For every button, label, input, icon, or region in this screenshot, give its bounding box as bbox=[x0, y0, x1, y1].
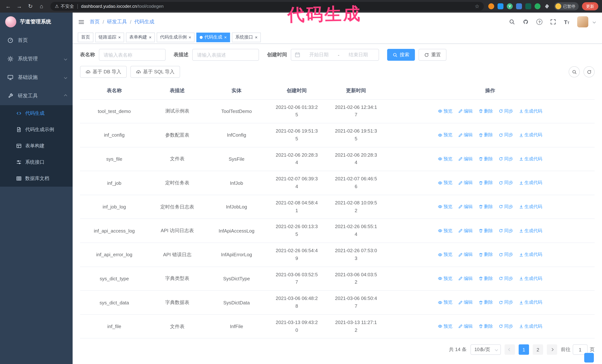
tab-codegen[interactable]: 代码生成 × bbox=[196, 32, 230, 42]
delete-action[interactable]: 删除 bbox=[478, 323, 493, 330]
sidebar-item-devtools[interactable]: 研发工具 bbox=[0, 87, 73, 105]
generate-code-action[interactable]: 生成代码 bbox=[519, 132, 542, 138]
preview-action[interactable]: 预览 bbox=[438, 323, 452, 330]
breadcrumb-devtools[interactable]: 研发工具 bbox=[107, 19, 127, 25]
delete-action[interactable]: 删除 bbox=[478, 275, 493, 282]
generate-code-action[interactable]: 生成代码 bbox=[519, 156, 542, 162]
app-logo[interactable]: 芋道管理系统 bbox=[0, 13, 73, 31]
page-size-select[interactable]: 10条/页 bbox=[470, 344, 501, 355]
prev-page-button[interactable] bbox=[505, 344, 515, 355]
sidebar-item-system-api[interactable]: 系统接口 bbox=[0, 154, 73, 170]
edit-action[interactable]: 编辑 bbox=[458, 299, 473, 306]
date-range-picker[interactable]: 开始日期 - 结束日期 bbox=[291, 49, 379, 61]
generate-code-action[interactable]: 生成代码 bbox=[519, 204, 542, 210]
tab-form-builder[interactable]: 表单构建 × bbox=[126, 32, 155, 42]
extension-icon-teal[interactable] bbox=[525, 3, 531, 9]
delete-action[interactable]: 删除 bbox=[478, 108, 493, 114]
toggle-search-button[interactable] bbox=[569, 66, 580, 77]
extension-icon-blue[interactable] bbox=[497, 3, 504, 9]
help-icon[interactable]: ? bbox=[537, 19, 543, 25]
preview-action[interactable]: 预览 bbox=[438, 251, 452, 258]
edit-action[interactable]: 编辑 bbox=[458, 251, 473, 258]
edit-action[interactable]: 编辑 bbox=[458, 108, 473, 114]
preview-action[interactable]: 预览 bbox=[438, 204, 452, 210]
browser-back-icon[interactable]: ← bbox=[4, 0, 13, 13]
floating-settings-button[interactable] bbox=[584, 353, 594, 363]
browser-home-icon[interactable]: ⌂ bbox=[37, 0, 46, 13]
edit-action[interactable]: 编辑 bbox=[458, 180, 473, 186]
menu-fold-icon[interactable] bbox=[73, 19, 90, 25]
generate-code-action[interactable]: 生成代码 bbox=[519, 299, 542, 306]
breadcrumb-home[interactable]: 首页 bbox=[90, 19, 100, 25]
close-icon[interactable]: × bbox=[149, 35, 151, 40]
delete-action[interactable]: 删除 bbox=[478, 180, 493, 186]
sidebar-item-codegen-example[interactable]: 代码生成示例 bbox=[0, 122, 73, 138]
generate-code-action[interactable]: 生成代码 bbox=[519, 275, 542, 282]
search-icon[interactable] bbox=[509, 19, 515, 25]
preview-action[interactable]: 预览 bbox=[438, 275, 452, 282]
sidebar-item-system[interactable]: 系统管理 bbox=[0, 50, 73, 68]
table-desc-input[interactable] bbox=[192, 49, 259, 61]
close-icon[interactable]: × bbox=[118, 35, 121, 40]
generate-code-action[interactable]: 生成代码 bbox=[519, 180, 542, 186]
sidebar-item-form-builder[interactable]: 表单构建 bbox=[0, 138, 73, 154]
browser-reload-icon[interactable]: ↻ bbox=[26, 0, 35, 13]
sync-action[interactable]: 同步 bbox=[499, 132, 513, 138]
sync-action[interactable]: 同步 bbox=[499, 156, 513, 162]
bookmark-star-icon[interactable]: ☆ bbox=[475, 3, 479, 9]
preview-action[interactable]: 预览 bbox=[438, 180, 452, 186]
browser-forward-icon[interactable]: → bbox=[15, 0, 24, 13]
chevron-down-icon[interactable] bbox=[593, 20, 596, 23]
delete-action[interactable]: 删除 bbox=[478, 228, 493, 234]
close-icon[interactable]: × bbox=[255, 35, 258, 40]
delete-action[interactable]: 删除 bbox=[478, 251, 493, 258]
sync-action[interactable]: 同步 bbox=[499, 251, 513, 258]
delete-action[interactable]: 删除 bbox=[478, 132, 493, 138]
table-name-input[interactable] bbox=[99, 49, 165, 61]
github-icon[interactable] bbox=[523, 19, 529, 25]
sync-action[interactable]: 同步 bbox=[499, 299, 513, 306]
reset-button[interactable]: 重置 bbox=[419, 49, 446, 61]
user-avatar[interactable] bbox=[577, 16, 588, 27]
refresh-table-button[interactable] bbox=[583, 66, 595, 77]
sidebar-item-infra[interactable]: 基础设施 bbox=[0, 68, 73, 87]
preview-action[interactable]: 预览 bbox=[438, 108, 452, 114]
generate-code-action[interactable]: 生成代码 bbox=[519, 108, 542, 114]
preview-action[interactable]: 预览 bbox=[438, 132, 452, 138]
sidebar-item-home[interactable]: 首页 bbox=[0, 31, 73, 50]
page-button-1[interactable]: 1 bbox=[519, 344, 529, 355]
delete-action[interactable]: 删除 bbox=[478, 156, 493, 162]
extension-icon-people[interactable] bbox=[516, 3, 522, 9]
extension-icon-green[interactable] bbox=[535, 3, 540, 9]
preview-action[interactable]: 预览 bbox=[438, 299, 452, 306]
delete-action[interactable]: 删除 bbox=[478, 204, 493, 210]
generate-code-action[interactable]: 生成代码 bbox=[519, 228, 542, 234]
tab-tracing[interactable]: 链路追踪 × bbox=[95, 32, 124, 42]
vue-devtools-icon[interactable]: V bbox=[507, 3, 513, 9]
sync-action[interactable]: 同步 bbox=[499, 275, 513, 282]
sync-action[interactable]: 同步 bbox=[499, 180, 513, 186]
page-button-2[interactable]: 2 bbox=[533, 344, 543, 355]
chrome-update-button[interactable]: 更新 bbox=[582, 2, 598, 10]
edit-action[interactable]: 编辑 bbox=[458, 275, 473, 282]
edit-action[interactable]: 编辑 bbox=[458, 156, 473, 162]
edit-action[interactable]: 编辑 bbox=[458, 132, 473, 138]
next-page-button[interactable] bbox=[547, 344, 557, 355]
import-db-button[interactable]: 基于 DB 导入 bbox=[80, 66, 127, 78]
sync-action[interactable]: 同步 bbox=[499, 204, 513, 210]
sync-action[interactable]: 同步 bbox=[499, 323, 513, 330]
sidebar-item-codegen[interactable]: 代码生成 bbox=[0, 105, 73, 122]
close-icon[interactable]: × bbox=[189, 35, 191, 40]
search-button[interactable]: 搜索 bbox=[387, 49, 415, 61]
address-bar[interactable]: ⚠ 不安全 dashboard.yudao.iocoder.cn/tool/co… bbox=[50, 2, 484, 11]
preview-action[interactable]: 预览 bbox=[438, 228, 452, 234]
sidebar-item-db-doc[interactable]: 数据库文档 bbox=[0, 170, 73, 187]
tab-home[interactable]: 首页 bbox=[78, 32, 93, 42]
profile-paused-badge[interactable]: 已暂停 bbox=[554, 2, 579, 10]
sync-action[interactable]: 同步 bbox=[499, 228, 513, 234]
delete-action[interactable]: 删除 bbox=[478, 299, 493, 306]
edit-action[interactable]: 编辑 bbox=[458, 204, 473, 210]
fullscreen-icon[interactable] bbox=[550, 19, 556, 25]
edit-action[interactable]: 编辑 bbox=[458, 323, 473, 330]
generate-code-action[interactable]: 生成代码 bbox=[519, 251, 542, 258]
